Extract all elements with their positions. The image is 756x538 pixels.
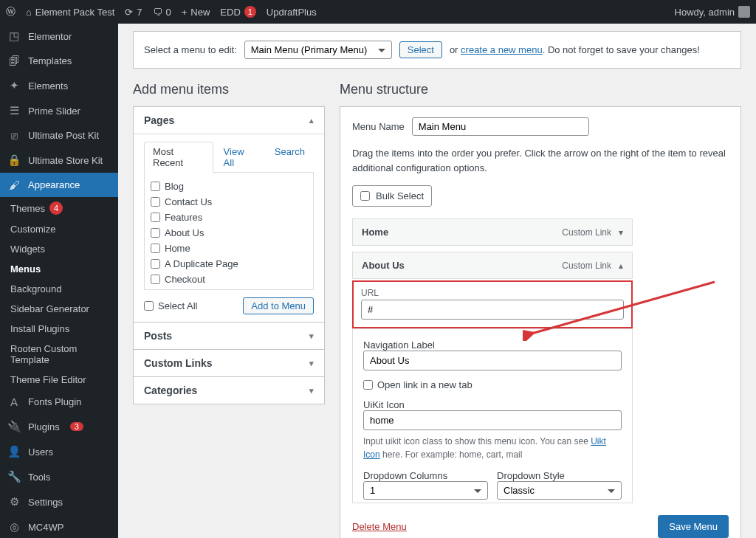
sidebar-sub-item[interactable]: Menus <box>0 259 118 279</box>
avatar-icon <box>738 6 750 18</box>
tab-search[interactable]: Search <box>266 142 314 173</box>
add-items-heading: Add menu items <box>133 82 325 97</box>
menu-icon: 🔌 <box>7 420 21 433</box>
dropdown-style-label: Dropdown Style <box>497 470 565 481</box>
menu-select-notice: Select a menu to edit: Main Menu (Primar… <box>133 31 741 69</box>
sidebar-label: Appearance <box>28 179 80 190</box>
sidebar-sub-item[interactable]: Install Plugins <box>0 319 118 339</box>
menu-structure-heading: Menu structure <box>340 82 741 97</box>
wp-logo[interactable]: ⓦ <box>6 5 16 18</box>
menu-icon: 🔒 <box>7 154 21 167</box>
uikit-input[interactable] <box>363 410 622 430</box>
save-menu-button[interactable]: Save Menu <box>658 515 729 538</box>
caret-down-icon: ▾ <box>309 331 314 341</box>
howdy-account[interactable]: Howdy, admin <box>675 6 750 18</box>
panel-pages-toggle[interactable]: Pages▴ <box>134 107 324 134</box>
new-content[interactable]: + New <box>182 7 210 18</box>
menu-dropdown[interactable]: Main Menu (Primary Menu) <box>244 41 392 59</box>
panel-categories-toggle[interactable]: Categories▾ <box>134 377 324 404</box>
panel-posts-toggle[interactable]: Posts▾ <box>134 323 324 349</box>
page-checkbox[interactable]: Purchase History <box>164 287 309 290</box>
caret-down-icon: ▾ <box>309 359 314 368</box>
edd-link[interactable]: EDD 1 <box>220 6 255 18</box>
dropdown-cols-select[interactable]: 1 <box>363 481 488 500</box>
url-highlight-frame: URL <box>352 280 633 328</box>
page-checkbox[interactable]: Features <box>151 210 309 225</box>
comments-link[interactable]: 🗨 0 <box>153 7 171 18</box>
delete-menu-link[interactable]: Delete Menu <box>352 521 407 532</box>
menu-icon: ◎ <box>7 520 21 534</box>
menu-item-bar[interactable]: About Us Custom Link ▴ <box>352 252 633 279</box>
sidebar-item[interactable]: ⚙Settings <box>0 489 118 514</box>
page-checkbox[interactable]: Blog <box>151 179 309 194</box>
navlabel-input[interactable] <box>363 351 622 370</box>
menu-name-input[interactable] <box>412 117 589 136</box>
new-tab-checkbox[interactable]: Open link in a new tab <box>363 379 622 390</box>
tab-view all[interactable]: View All <box>215 142 264 173</box>
dropdown-cols-label: Dropdown Columns <box>363 470 447 481</box>
sidebar-item[interactable]: ⎚Ultimate Post Kit <box>0 123 118 148</box>
dropdown-style-select[interactable]: Classic <box>497 481 622 500</box>
menu-icon: ⚙ <box>7 495 21 508</box>
menu-structure-box: Menu Name Drag the items into the order … <box>340 106 741 538</box>
sidebar-item[interactable]: ◳Elementor <box>0 24 118 49</box>
caret-icon: ▴ <box>619 261 623 271</box>
caret-icon: ▾ <box>619 227 623 238</box>
sidebar-sub-item[interactable]: Rooten Custom Template <box>0 339 118 370</box>
sidebar-sub-item[interactable]: Background <box>0 279 118 299</box>
select-all[interactable]: Select All <box>144 298 197 314</box>
menu-icon: ⎚ <box>7 129 21 142</box>
caret-up-icon: ▴ <box>309 116 314 125</box>
menu-icon: ✦ <box>7 79 21 92</box>
sidebar-item[interactable]: 🔒Ultimate Store Kit <box>0 148 118 173</box>
add-to-menu-button[interactable]: Add to Menu <box>243 297 314 314</box>
select-menu-label: Select a menu to edit: <box>144 44 237 55</box>
sidebar-item[interactable]: ☰Prime Slider <box>0 98 118 123</box>
notice-text: or create a new menu. Do not forget to s… <box>450 44 700 55</box>
select-button[interactable]: Select <box>399 41 442 58</box>
page-checkbox[interactable]: About Us <box>151 225 309 241</box>
menu-name-label: Menu Name <box>352 121 405 132</box>
sidebar-item[interactable]: ✦Elements <box>0 73 118 98</box>
page-list[interactable]: Blog Contact Us Features About Us Home A… <box>144 172 314 290</box>
sidebar-item[interactable]: ◎MC4WP <box>0 514 118 538</box>
tab-most recent[interactable]: Most Recent <box>144 142 213 173</box>
sidebar-item[interactable]: AFonts Plugin <box>0 390 118 414</box>
uikit-help: Input uikit icon class to show this menu… <box>363 435 622 461</box>
updraft-link[interactable]: UpdraftPlus <box>267 7 317 18</box>
url-input[interactable] <box>361 300 624 320</box>
sidebar-item[interactable]: 🔌Plugins3 <box>0 414 118 439</box>
sidebar-item[interactable]: 👤Users <box>0 439 118 464</box>
page-checkbox[interactable]: Checkout <box>151 272 309 287</box>
menu-item-bar[interactable]: Home Custom Link ▾ <box>352 218 633 246</box>
menu-icon: 🗐 <box>7 55 21 67</box>
caret-down-icon: ▾ <box>309 386 314 396</box>
sidebar-sub-item[interactable]: Widgets <box>0 239 118 259</box>
instructions-text: Drag the items into the order you prefer… <box>352 146 729 175</box>
updates-link[interactable]: ⟳ 7 <box>125 7 142 18</box>
menu-icon: ☰ <box>7 104 21 117</box>
sidebar-item[interactable]: 🗐Templates <box>0 49 118 73</box>
sidebar-sub-item[interactable]: Customize <box>0 219 118 239</box>
panel-customlinks-toggle[interactable]: Custom Links▾ <box>134 350 324 376</box>
admin-sidebar: ◳Elementor🗐Templates✦Elements☰Prime Slid… <box>0 24 118 538</box>
site-name[interactable]: ⌂ Element Pack Test <box>26 7 114 18</box>
navlabel-label: Navigation Label <box>363 339 435 351</box>
menu-item-editor: Navigation Label Open link in a new tab … <box>352 328 633 503</box>
sidebar-item-appearance[interactable]: 🖌 Appearance <box>0 173 118 197</box>
create-menu-link[interactable]: create a new menu <box>461 44 543 55</box>
page-checkbox[interactable]: Home <box>151 241 309 256</box>
page-checkbox[interactable]: Contact Us <box>151 194 309 210</box>
bulk-select[interactable]: Bulk Select <box>352 185 432 207</box>
brush-icon: 🖌 <box>7 179 21 191</box>
sidebar-sub-item[interactable]: Theme File Editor <box>0 370 118 390</box>
sidebar-item[interactable]: 🔧Tools <box>0 464 118 489</box>
admin-toolbar: ⓦ ⌂ Element Pack Test ⟳ 7 🗨 0 + New EDD … <box>0 0 756 24</box>
sidebar-sub-item[interactable]: Sidebar Generator <box>0 299 118 319</box>
menu-icon: A <box>7 396 21 408</box>
menu-icon: 👤 <box>7 445 21 458</box>
sidebar-sub-item[interactable]: Themes4 <box>0 197 118 219</box>
page-checkbox[interactable]: A Duplicate Page <box>151 256 309 272</box>
uikit-label: UiKit Icon <box>363 399 405 410</box>
menu-icon: ◳ <box>7 30 21 43</box>
